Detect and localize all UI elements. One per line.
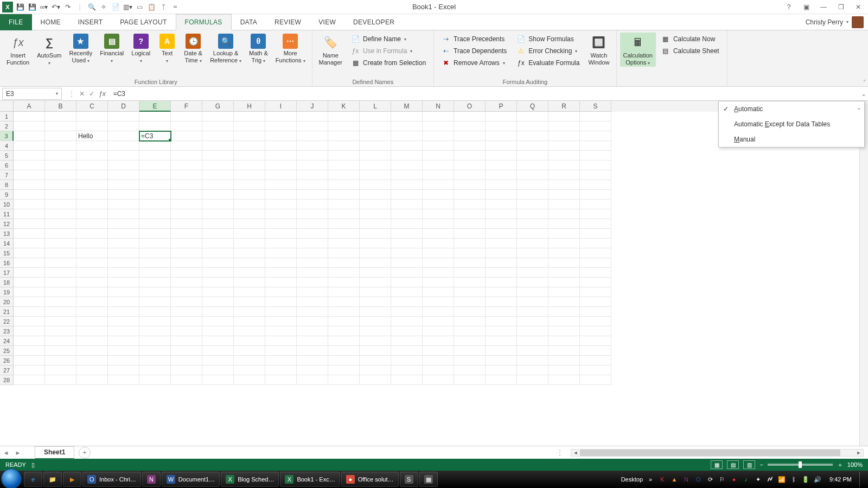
cell-G9[interactable] <box>202 190 234 200</box>
cell-R18[interactable] <box>548 278 580 287</box>
cell-D28[interactable] <box>108 375 139 385</box>
cell-Q23[interactable] <box>517 326 548 336</box>
cell-P23[interactable] <box>486 326 517 336</box>
col-header-A[interactable]: A <box>14 101 45 112</box>
start-button[interactable] <box>1 468 22 489</box>
cell-C28[interactable] <box>76 375 108 385</box>
cell-J15[interactable] <box>297 248 328 258</box>
cell-Q11[interactable] <box>517 209 548 219</box>
cell-N24[interactable] <box>423 336 454 346</box>
cell-L24[interactable] <box>360 336 391 346</box>
cell-I27[interactable] <box>265 365 297 375</box>
cell-K23[interactable] <box>328 326 360 336</box>
col-header-N[interactable]: N <box>423 101 454 112</box>
cell-E4[interactable] <box>139 141 171 151</box>
cell-B5[interactable] <box>45 151 76 160</box>
cell-G28[interactable] <box>202 375 234 385</box>
cell-A20[interactable] <box>14 297 45 307</box>
cell-F19[interactable] <box>171 287 202 297</box>
cell-I3[interactable] <box>265 131 297 141</box>
cell-K7[interactable] <box>328 170 360 180</box>
cell-C21[interactable] <box>76 307 108 317</box>
cell-B10[interactable] <box>45 200 76 209</box>
menu-item-automatic[interactable]: ✓Automatic <box>719 101 864 117</box>
cell-I5[interactable] <box>265 151 297 160</box>
cell-J17[interactable] <box>297 268 328 278</box>
cell-J26[interactable] <box>297 356 328 365</box>
cell-E15[interactable] <box>139 248 171 258</box>
row-header-7[interactable]: 7 <box>0 170 14 180</box>
cell-J8[interactable] <box>297 180 328 190</box>
cell-O16[interactable] <box>454 258 486 268</box>
cell-P8[interactable] <box>486 180 517 190</box>
cell-M12[interactable] <box>391 219 423 229</box>
cell-C15[interactable] <box>76 248 108 258</box>
cell-Q21[interactable] <box>517 307 548 317</box>
cell-P4[interactable] <box>486 141 517 151</box>
cell-K24[interactable] <box>328 336 360 346</box>
cell-S28[interactable] <box>580 375 611 385</box>
cell-G22[interactable] <box>202 317 234 326</box>
cell-Q3[interactable] <box>517 131 548 141</box>
cell-E3[interactable]: =C3 <box>139 131 171 141</box>
cell-S18[interactable] <box>580 278 611 287</box>
cell-K17[interactable] <box>328 268 360 278</box>
cell-D25[interactable] <box>108 346 139 356</box>
user-area[interactable]: Christy Perry▾ <box>806 16 868 28</box>
cell-G26[interactable] <box>202 356 234 365</box>
cell-G11[interactable] <box>202 209 234 219</box>
cell-M8[interactable] <box>391 180 423 190</box>
dots-icon[interactable]: ⋮ <box>68 90 75 98</box>
qat-btn2-icon[interactable]: ▭ <box>135 2 144 12</box>
cell-B22[interactable] <box>45 317 76 326</box>
macro-record-icon[interactable]: ▯ <box>31 461 35 468</box>
menu-item-manual[interactable]: Manual <box>719 132 864 147</box>
cell-E20[interactable] <box>139 297 171 307</box>
row-header-17[interactable]: 17 <box>0 268 14 278</box>
cell-F9[interactable] <box>171 190 202 200</box>
cell-D21[interactable] <box>108 307 139 317</box>
cell-E16[interactable] <box>139 258 171 268</box>
cell-A3[interactable] <box>14 131 45 141</box>
cell-M13[interactable] <box>391 229 423 239</box>
cell-R10[interactable] <box>548 200 580 209</box>
cell-L18[interactable] <box>360 278 391 287</box>
cell-L11[interactable] <box>360 209 391 219</box>
cell-O22[interactable] <box>454 317 486 326</box>
cell-R11[interactable] <box>548 209 580 219</box>
cell-J2[interactable] <box>297 121 328 131</box>
cell-C16[interactable] <box>76 258 108 268</box>
cell-K27[interactable] <box>328 365 360 375</box>
row-header-12[interactable]: 12 <box>0 219 14 229</box>
cell-M1[interactable] <box>391 112 423 121</box>
row-header-10[interactable]: 10 <box>0 200 14 209</box>
cell-N18[interactable] <box>423 278 454 287</box>
cell-Q2[interactable] <box>517 121 548 131</box>
cell-P25[interactable] <box>486 346 517 356</box>
cell-K28[interactable] <box>328 375 360 385</box>
cell-G15[interactable] <box>202 248 234 258</box>
cell-S26[interactable] <box>580 356 611 365</box>
sheet-nav-next-icon[interactable]: ► <box>12 450 24 456</box>
cell-H7[interactable] <box>234 170 265 180</box>
hscroll-thumb[interactable] <box>580 450 840 456</box>
cell-H24[interactable] <box>234 336 265 346</box>
name-manager-button[interactable]: 🏷️Name Manager <box>316 33 346 67</box>
cell-P5[interactable] <box>486 151 517 160</box>
trace-precedents-button[interactable]: ⇢Trace Precedents <box>439 34 509 44</box>
qat-customize-icon[interactable]: ＝ <box>170 2 180 12</box>
cell-I26[interactable] <box>265 356 297 365</box>
cell-I19[interactable] <box>265 287 297 297</box>
collapse-ribbon-icon[interactable]: ˄ <box>863 79 866 85</box>
cell-A4[interactable] <box>14 141 45 151</box>
tray-outlook-icon[interactable]: O <box>694 475 703 484</box>
formula-input[interactable]: =C3 <box>110 90 859 98</box>
cell-G3[interactable] <box>202 131 234 141</box>
cell-N3[interactable] <box>423 131 454 141</box>
cell-Q7[interactable] <box>517 170 548 180</box>
cell-M28[interactable] <box>391 375 423 385</box>
vertical-scrollbar[interactable] <box>859 101 868 446</box>
cell-K21[interactable] <box>328 307 360 317</box>
cell-P24[interactable] <box>486 336 517 346</box>
cell-Q27[interactable] <box>517 365 548 375</box>
